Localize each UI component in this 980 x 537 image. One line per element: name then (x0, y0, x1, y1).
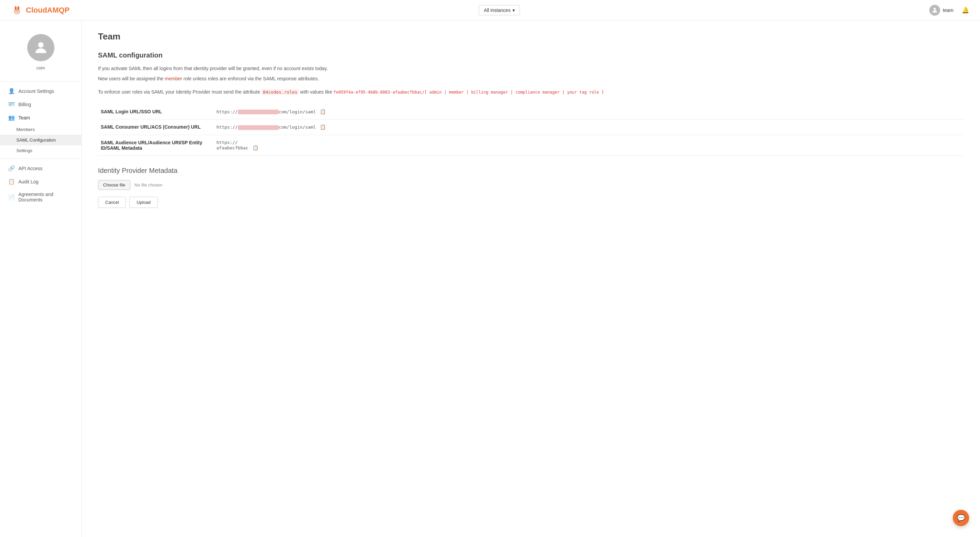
member-highlight: member (165, 76, 182, 81)
avatar-person-icon (33, 40, 49, 56)
svg-point-9 (16, 11, 18, 12)
sidebar-nav: 👤 Account Settings 🪪 Billing 👥 Team Memb… (0, 84, 81, 206)
logo: CloudAMQP (11, 4, 69, 16)
svg-point-7 (16, 10, 17, 11)
upload-button[interactable]: Upload (129, 197, 158, 208)
idp-title: Identity Provider Metadata (98, 167, 964, 175)
settings-label: Settings (16, 148, 32, 153)
sidebar-item-account-settings[interactable]: 👤 Account Settings (0, 84, 81, 98)
url-blurred (238, 110, 279, 114)
sidebar-username: com (0, 65, 81, 70)
docs-icon: 📄 (8, 194, 15, 201)
action-buttons: Cancel Upload (98, 197, 964, 208)
no-file-text: No file chosen (134, 182, 162, 188)
members-label: Members (16, 127, 35, 132)
header-right: team 🔔 (929, 5, 969, 16)
header-center: All instances ▾ (479, 5, 520, 15)
layout: com 👤 Account Settings 🪪 Billing 👥 Team … (0, 21, 980, 537)
idp-section: Identity Provider Metadata Choose file N… (98, 167, 964, 208)
url-prefix: https:// (216, 109, 238, 114)
header: CloudAMQP All instances ▾ team 🔔 (0, 0, 980, 21)
user-name: team (943, 8, 953, 13)
sidebar-item-team[interactable]: 👥 Team (0, 111, 81, 124)
person-icon: 👤 (8, 88, 15, 94)
audit-icon: 📋 (8, 178, 15, 185)
table-row: SAML Login URL/SSO URL https:// com/logi… (98, 104, 964, 120)
enforce-example: fe059f4a-ef95-4b8b-8083-afaabecfbbac/[ a… (334, 90, 604, 95)
dropdown-arrow-icon: ▾ (512, 8, 515, 13)
svg-point-10 (934, 8, 936, 10)
audience-suffix: afaabecfbbac (216, 145, 248, 150)
person-icon (931, 7, 938, 14)
enforce-attribute: 84codes.roles (261, 89, 299, 95)
logo-text: CloudAMQP (26, 6, 69, 14)
sidebar-item-label: Team (18, 115, 30, 121)
sidebar-avatar-section: com (0, 29, 81, 79)
avatar (27, 34, 54, 61)
team-icon: 👥 (8, 114, 15, 121)
audience-id: afaabecfbbac 📋 (216, 145, 961, 150)
url-blurred (238, 125, 279, 130)
saml-consumer-url-value: https:// com/login/saml 📋 (214, 120, 964, 135)
sidebar-sub-item-members[interactable]: Members (0, 124, 81, 135)
url-suffix: com/login/saml (279, 109, 316, 114)
url-prefix: https:// (216, 124, 238, 130)
file-input-row: Choose file No file chosen (98, 180, 964, 190)
avatar (929, 5, 940, 16)
enforce-mid: with values like (300, 89, 334, 95)
sidebar-item-billing[interactable]: 🪪 Billing (0, 98, 81, 111)
instances-label: All instances (484, 8, 511, 13)
copy-icon[interactable]: 📋 (320, 109, 326, 114)
table-row: SAML Audience URL/Audience URI/SP Entity… (98, 135, 964, 156)
user-info: team (929, 5, 953, 16)
logo-icon (11, 4, 23, 16)
table-row: SAML Consumer URL/ACS (Consumer) URL htt… (98, 120, 964, 135)
sidebar-item-label: Billing (18, 102, 31, 107)
copy-icon[interactable]: 📋 (320, 124, 326, 130)
chat-fab-button[interactable]: 💬 (953, 510, 969, 526)
saml-audience-url-value: https:// afaabecfbbac 📋 (214, 135, 964, 156)
url-suffix: com/login/saml (279, 124, 316, 130)
choose-file-button[interactable]: Choose file (98, 180, 130, 190)
saml-section-title: SAML configuration (98, 51, 964, 59)
sidebar-item-label: API Access (18, 166, 43, 171)
desc-suffix: role unless roles are enforced via the S… (183, 76, 319, 81)
svg-point-11 (38, 42, 43, 48)
chat-icon: 💬 (957, 514, 966, 522)
notification-bell-icon[interactable]: 🔔 (962, 6, 969, 14)
audience-url: https:// (216, 140, 961, 145)
sidebar-item-label: Account Settings (18, 88, 54, 94)
url-prefix: https:// (216, 140, 238, 145)
sidebar-divider-2 (0, 159, 81, 159)
saml-consumer-url-label: SAML Consumer URL/ACS (Consumer) URL (98, 120, 214, 135)
copy-icon[interactable]: 📋 (253, 145, 258, 150)
enforce-text: To enforce user roles via SAML your Iden… (98, 88, 964, 96)
sidebar-sub-item-saml-configuration[interactable]: SAML Configuration (0, 135, 81, 145)
saml-table: SAML Login URL/SSO URL https:// com/logi… (98, 104, 964, 156)
sidebar-divider (0, 81, 81, 82)
svg-point-8 (18, 10, 18, 11)
saml-config-label: SAML Configuration (16, 137, 56, 143)
cancel-button[interactable]: Cancel (98, 197, 126, 208)
sidebar: com 👤 Account Settings 🪪 Billing 👥 Team … (0, 21, 82, 537)
sidebar-item-label: Agreements and Documents (18, 191, 73, 202)
enforce-prefix: To enforce user roles via SAML your Iden… (98, 89, 261, 95)
main-content: Team SAML configuration If you activate … (82, 21, 980, 537)
billing-icon: 🪪 (8, 101, 15, 108)
saml-login-url-label: SAML Login URL/SSO URL (98, 104, 214, 120)
sidebar-item-label: Audit Log (18, 179, 38, 185)
sidebar-item-agreements[interactable]: 📄 Agreements and Documents (0, 188, 81, 206)
sidebar-item-audit-log[interactable]: 📋 Audit Log (0, 175, 81, 188)
api-icon: 🔗 (8, 165, 15, 172)
desc-prefix: New users will be assigned the (98, 76, 165, 81)
page-title: Team (98, 31, 964, 42)
saml-login-url-value: https:// com/login/saml 📋 (214, 104, 964, 120)
saml-audience-url-label: SAML Audience URL/Audience URI/SP Entity… (98, 135, 214, 156)
sidebar-item-api-access[interactable]: 🔗 API Access (0, 162, 81, 175)
saml-description-2: New users will be assigned the member ro… (98, 75, 964, 82)
saml-description-1: If you activate SAML then all logins fro… (98, 65, 964, 72)
sidebar-sub-item-settings[interactable]: Settings (0, 145, 81, 156)
instances-dropdown[interactable]: All instances ▾ (479, 5, 520, 15)
